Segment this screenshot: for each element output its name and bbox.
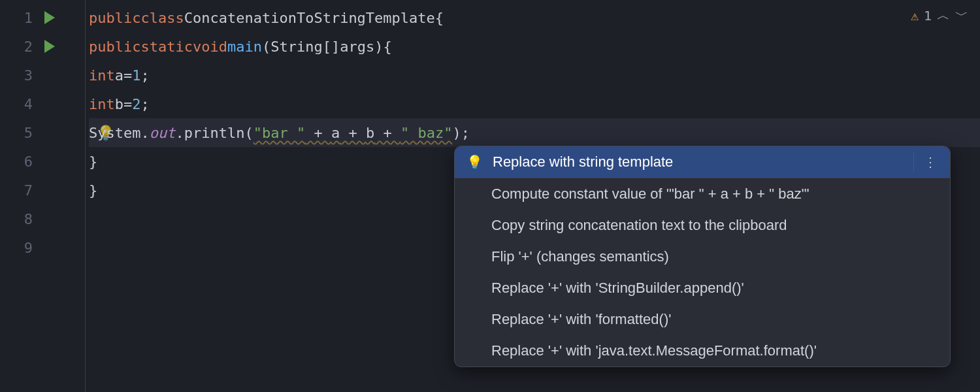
gutter-row: 1	[0, 3, 85, 32]
line-number: 6	[7, 154, 33, 170]
intention-action-compute-constant[interactable]: Compute constant value of '"bar " + a + …	[455, 178, 950, 210]
line-number: 4	[7, 96, 33, 112]
gutter-row: 9	[0, 233, 85, 262]
warning-count: 1	[924, 8, 932, 24]
gutter-row: 7	[0, 176, 85, 204]
intention-label: Replace with string template	[493, 154, 673, 171]
gutter-row: 3	[0, 61, 85, 90]
line-number: 2	[7, 39, 33, 55]
intention-label: Replace '+' with 'formatted()'	[491, 311, 671, 328]
code-line-active: System.out.println("bar " + a + b + " ba…	[89, 118, 980, 147]
line-number: 9	[7, 240, 33, 256]
line-number: 5	[7, 125, 33, 141]
intention-label: Copy string concatenation text to the cl…	[491, 217, 787, 234]
intention-popup: 💡 Replace with string template ⋮ Compute…	[454, 146, 951, 367]
separator	[913, 152, 914, 172]
line-number: 1	[7, 10, 33, 26]
gutter: 1 2 3 4 5 💡 6 7 8 9	[0, 0, 85, 392]
intention-action-flip-plus[interactable]: Flip '+' (changes semantics)	[455, 241, 950, 272]
gutter-row: 8	[0, 204, 85, 233]
more-vertical-icon[interactable]: ⋮	[924, 154, 938, 170]
intention-label: Compute constant value of '"bar " + a + …	[491, 186, 809, 203]
warning-icon[interactable]: ⚠	[911, 8, 919, 24]
gutter-row: 6	[0, 147, 85, 176]
intention-action-replace-formatted[interactable]: Replace '+' with 'formatted()'	[455, 304, 950, 335]
gutter-row: 4	[0, 90, 85, 118]
intention-action-replace-messageformat[interactable]: Replace '+' with 'java.text.MessageForma…	[455, 335, 950, 367]
code-line: int a = 1;	[89, 61, 980, 90]
gutter-row: 2	[0, 32, 85, 61]
code-line: public static void main(String[] args) {	[89, 32, 980, 61]
line-number: 8	[7, 211, 33, 227]
intention-label: Replace '+' with 'StringBuilder.append()…	[491, 280, 744, 297]
run-icon[interactable]	[44, 40, 55, 53]
intention-label: Flip '+' (changes semantics)	[491, 248, 669, 265]
prev-highlight-icon[interactable]: ︿	[937, 7, 950, 24]
code-line: public class ConcatenationToStringTempla…	[89, 3, 980, 32]
inspection-summary: ⚠ 1 ︿ ﹀	[911, 7, 968, 24]
next-highlight-icon[interactable]: ﹀	[955, 7, 968, 24]
gutter-row: 5 💡	[0, 118, 85, 147]
run-icon[interactable]	[44, 11, 55, 24]
code-line: int b = 2;	[89, 90, 980, 118]
intention-label: Replace '+' with 'java.text.MessageForma…	[491, 342, 817, 359]
bulb-icon: 💡	[466, 154, 483, 170]
line-number: 3	[7, 67, 33, 84]
intention-action-replace-stringbuilder[interactable]: Replace '+' with 'StringBuilder.append()…	[455, 272, 950, 304]
intention-action-replace-string-template[interactable]: 💡 Replace with string template ⋮	[455, 146, 950, 178]
intention-action-copy-concat[interactable]: Copy string concatenation text to the cl…	[455, 210, 950, 241]
line-number: 7	[7, 182, 33, 199]
